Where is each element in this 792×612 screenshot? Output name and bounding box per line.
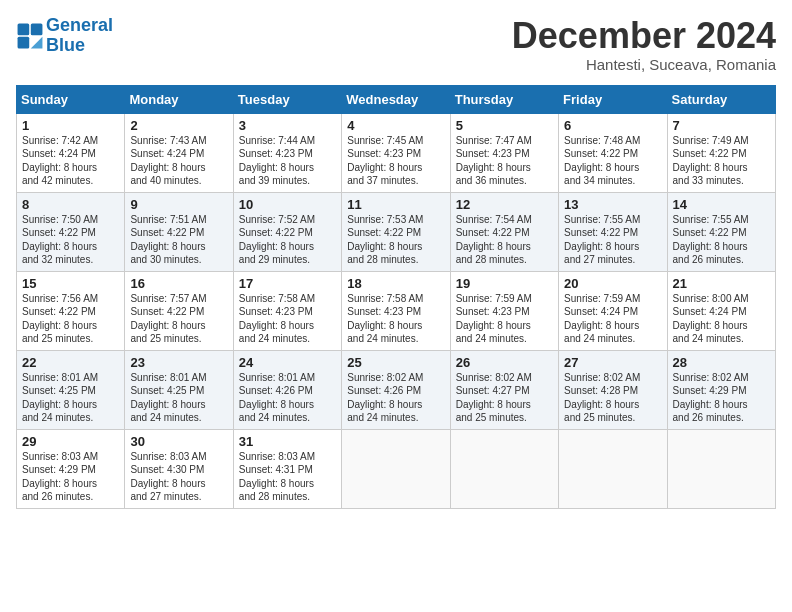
- day-info: Sunrise: 7:52 AM Sunset: 4:22 PM Dayligh…: [239, 213, 336, 267]
- svg-rect-0: [18, 23, 30, 35]
- calendar-cell: 26Sunrise: 8:02 AM Sunset: 4:27 PM Dayli…: [450, 350, 558, 429]
- page-container: General Blue December 2024 Hantesti, Suc…: [0, 0, 792, 517]
- day-number: 1: [22, 118, 119, 133]
- calendar-header: Sunday Monday Tuesday Wednesday Thursday…: [17, 85, 776, 113]
- day-info: Sunrise: 7:50 AM Sunset: 4:22 PM Dayligh…: [22, 213, 119, 267]
- day-number: 16: [130, 276, 227, 291]
- calendar-cell: 10Sunrise: 7:52 AM Sunset: 4:22 PM Dayli…: [233, 192, 341, 271]
- day-number: 6: [564, 118, 661, 133]
- day-number: 5: [456, 118, 553, 133]
- day-number: 18: [347, 276, 444, 291]
- calendar-week-3: 15Sunrise: 7:56 AM Sunset: 4:22 PM Dayli…: [17, 271, 776, 350]
- day-number: 25: [347, 355, 444, 370]
- logo-icon: [16, 22, 44, 50]
- day-info: Sunrise: 7:57 AM Sunset: 4:22 PM Dayligh…: [130, 292, 227, 346]
- weekday-row: Sunday Monday Tuesday Wednesday Thursday…: [17, 85, 776, 113]
- day-number: 11: [347, 197, 444, 212]
- day-number: 17: [239, 276, 336, 291]
- day-info: Sunrise: 7:44 AM Sunset: 4:23 PM Dayligh…: [239, 134, 336, 188]
- logo-text: General Blue: [46, 16, 113, 56]
- day-info: Sunrise: 7:55 AM Sunset: 4:22 PM Dayligh…: [564, 213, 661, 267]
- day-number: 24: [239, 355, 336, 370]
- day-info: Sunrise: 8:03 AM Sunset: 4:31 PM Dayligh…: [239, 450, 336, 504]
- day-number: 7: [673, 118, 770, 133]
- logo: General Blue: [16, 16, 113, 56]
- day-number: 9: [130, 197, 227, 212]
- day-info: Sunrise: 8:03 AM Sunset: 4:30 PM Dayligh…: [130, 450, 227, 504]
- day-number: 30: [130, 434, 227, 449]
- day-info: Sunrise: 7:47 AM Sunset: 4:23 PM Dayligh…: [456, 134, 553, 188]
- calendar-cell: 25Sunrise: 8:02 AM Sunset: 4:26 PM Dayli…: [342, 350, 450, 429]
- calendar-cell: 12Sunrise: 7:54 AM Sunset: 4:22 PM Dayli…: [450, 192, 558, 271]
- day-number: 27: [564, 355, 661, 370]
- day-info: Sunrise: 8:02 AM Sunset: 4:29 PM Dayligh…: [673, 371, 770, 425]
- day-info: Sunrise: 8:02 AM Sunset: 4:26 PM Dayligh…: [347, 371, 444, 425]
- day-info: Sunrise: 7:55 AM Sunset: 4:22 PM Dayligh…: [673, 213, 770, 267]
- day-number: 4: [347, 118, 444, 133]
- day-info: Sunrise: 8:03 AM Sunset: 4:29 PM Dayligh…: [22, 450, 119, 504]
- day-info: Sunrise: 8:01 AM Sunset: 4:25 PM Dayligh…: [130, 371, 227, 425]
- calendar-cell: 8Sunrise: 7:50 AM Sunset: 4:22 PM Daylig…: [17, 192, 125, 271]
- logo-general: General: [46, 15, 113, 35]
- col-sunday: Sunday: [17, 85, 125, 113]
- calendar-cell: [559, 429, 667, 508]
- page-header: General Blue December 2024 Hantesti, Suc…: [16, 16, 776, 73]
- col-saturday: Saturday: [667, 85, 775, 113]
- col-friday: Friday: [559, 85, 667, 113]
- day-info: Sunrise: 7:51 AM Sunset: 4:22 PM Dayligh…: [130, 213, 227, 267]
- calendar-cell: 28Sunrise: 8:02 AM Sunset: 4:29 PM Dayli…: [667, 350, 775, 429]
- day-info: Sunrise: 8:02 AM Sunset: 4:27 PM Dayligh…: [456, 371, 553, 425]
- calendar-cell: 13Sunrise: 7:55 AM Sunset: 4:22 PM Dayli…: [559, 192, 667, 271]
- calendar-cell: 15Sunrise: 7:56 AM Sunset: 4:22 PM Dayli…: [17, 271, 125, 350]
- day-info: Sunrise: 7:54 AM Sunset: 4:22 PM Dayligh…: [456, 213, 553, 267]
- calendar-cell: 21Sunrise: 8:00 AM Sunset: 4:24 PM Dayli…: [667, 271, 775, 350]
- calendar-cell: 19Sunrise: 7:59 AM Sunset: 4:23 PM Dayli…: [450, 271, 558, 350]
- calendar-cell: 30Sunrise: 8:03 AM Sunset: 4:30 PM Dayli…: [125, 429, 233, 508]
- day-number: 12: [456, 197, 553, 212]
- day-number: 23: [130, 355, 227, 370]
- calendar-cell: 16Sunrise: 7:57 AM Sunset: 4:22 PM Dayli…: [125, 271, 233, 350]
- calendar-cell: 5Sunrise: 7:47 AM Sunset: 4:23 PM Daylig…: [450, 113, 558, 192]
- title-block: December 2024 Hantesti, Suceava, Romania: [512, 16, 776, 73]
- day-number: 15: [22, 276, 119, 291]
- calendar-cell: 24Sunrise: 8:01 AM Sunset: 4:26 PM Dayli…: [233, 350, 341, 429]
- day-info: Sunrise: 7:56 AM Sunset: 4:22 PM Dayligh…: [22, 292, 119, 346]
- calendar-cell: 1Sunrise: 7:42 AM Sunset: 4:24 PM Daylig…: [17, 113, 125, 192]
- calendar-week-1: 1Sunrise: 7:42 AM Sunset: 4:24 PM Daylig…: [17, 113, 776, 192]
- calendar-cell: 20Sunrise: 7:59 AM Sunset: 4:24 PM Dayli…: [559, 271, 667, 350]
- day-number: 13: [564, 197, 661, 212]
- day-number: 14: [673, 197, 770, 212]
- day-number: 31: [239, 434, 336, 449]
- day-number: 26: [456, 355, 553, 370]
- calendar-cell: 11Sunrise: 7:53 AM Sunset: 4:22 PM Dayli…: [342, 192, 450, 271]
- day-number: 10: [239, 197, 336, 212]
- day-info: Sunrise: 7:59 AM Sunset: 4:23 PM Dayligh…: [456, 292, 553, 346]
- calendar-cell: 4Sunrise: 7:45 AM Sunset: 4:23 PM Daylig…: [342, 113, 450, 192]
- day-info: Sunrise: 7:48 AM Sunset: 4:22 PM Dayligh…: [564, 134, 661, 188]
- day-info: Sunrise: 8:01 AM Sunset: 4:26 PM Dayligh…: [239, 371, 336, 425]
- day-info: Sunrise: 7:53 AM Sunset: 4:22 PM Dayligh…: [347, 213, 444, 267]
- col-tuesday: Tuesday: [233, 85, 341, 113]
- day-info: Sunrise: 8:02 AM Sunset: 4:28 PM Dayligh…: [564, 371, 661, 425]
- col-monday: Monday: [125, 85, 233, 113]
- calendar-cell: 17Sunrise: 7:58 AM Sunset: 4:23 PM Dayli…: [233, 271, 341, 350]
- svg-rect-2: [18, 37, 30, 49]
- day-number: 20: [564, 276, 661, 291]
- svg-rect-1: [31, 23, 43, 35]
- calendar-cell: 18Sunrise: 7:58 AM Sunset: 4:23 PM Dayli…: [342, 271, 450, 350]
- day-number: 29: [22, 434, 119, 449]
- day-info: Sunrise: 7:58 AM Sunset: 4:23 PM Dayligh…: [347, 292, 444, 346]
- calendar-cell: [667, 429, 775, 508]
- calendar-cell: 14Sunrise: 7:55 AM Sunset: 4:22 PM Dayli…: [667, 192, 775, 271]
- svg-marker-3: [31, 37, 43, 49]
- day-info: Sunrise: 7:59 AM Sunset: 4:24 PM Dayligh…: [564, 292, 661, 346]
- calendar-cell: 7Sunrise: 7:49 AM Sunset: 4:22 PM Daylig…: [667, 113, 775, 192]
- day-number: 21: [673, 276, 770, 291]
- col-thursday: Thursday: [450, 85, 558, 113]
- day-number: 28: [673, 355, 770, 370]
- calendar-cell: 2Sunrise: 7:43 AM Sunset: 4:24 PM Daylig…: [125, 113, 233, 192]
- day-number: 22: [22, 355, 119, 370]
- calendar-cell: 23Sunrise: 8:01 AM Sunset: 4:25 PM Dayli…: [125, 350, 233, 429]
- day-info: Sunrise: 7:42 AM Sunset: 4:24 PM Dayligh…: [22, 134, 119, 188]
- location-subtitle: Hantesti, Suceava, Romania: [512, 56, 776, 73]
